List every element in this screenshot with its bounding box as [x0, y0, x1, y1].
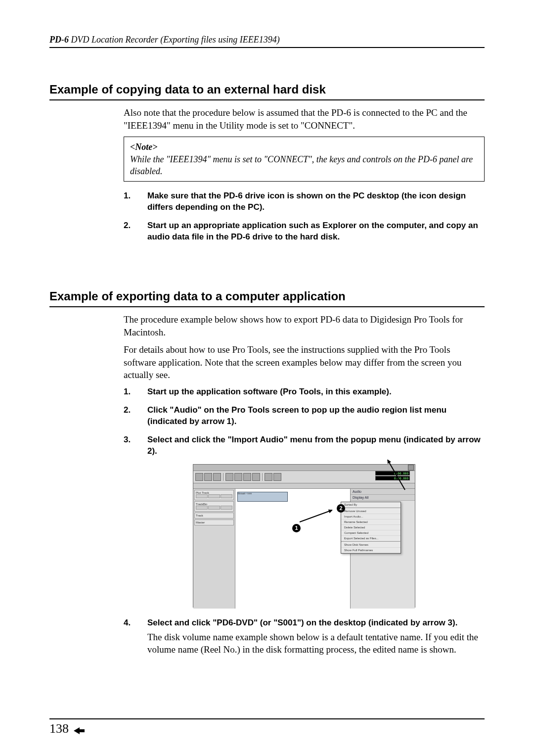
step-row: 1. Start up the application software (Pr…	[124, 386, 485, 398]
track-header[interactable]: TrackBin	[194, 501, 234, 512]
step-number: 2.	[124, 220, 147, 243]
popup-item-import-audio[interactable]: Import Audio...	[341, 514, 400, 520]
section1-steps: 1. Make sure that the PD-6 drive icon is…	[124, 190, 485, 243]
timeline-area[interactable]: Default - 0:00	[235, 489, 350, 609]
step-row: 3. Select and click the "Import Audio" m…	[124, 434, 485, 457]
step-number: 3.	[124, 434, 147, 457]
tool-icon[interactable]	[265, 473, 272, 481]
running-header: PD-6 DVD Location Recorder (Exporting fi…	[49, 35, 485, 45]
main-counter: 0:00.000	[375, 471, 410, 475]
step-text: Click "Audio" on the Pro Tools screen to…	[147, 405, 485, 427]
tool-icon[interactable]	[195, 473, 203, 481]
track-header[interactable]: Master	[194, 520, 234, 525]
tool-icon[interactable]	[273, 473, 281, 481]
tool-icon[interactable]	[204, 473, 212, 481]
step-text: Select and click the "Import Audio" menu…	[147, 434, 485, 457]
section2-p1: The procedure example below shows how to…	[124, 313, 485, 338]
popup-item[interactable]: Remove Unused	[341, 509, 400, 514]
tool-icon[interactable]	[252, 473, 260, 481]
tool-icon[interactable]	[234, 473, 242, 481]
region-sub: Display All	[351, 495, 415, 501]
section2-rule	[49, 306, 485, 307]
popup-item[interactable]: Rename Selected	[341, 520, 400, 525]
step-text: Select and click "PD6-DVD" (or "S001") o…	[147, 617, 485, 656]
popup-item[interactable]: Sorted By	[341, 502, 400, 508]
page-footer: 138	[49, 718, 485, 736]
section2-step-4: 4. Select and click "PD6-DVD" (or "S001"…	[124, 617, 485, 656]
tool-icon[interactable]	[213, 473, 221, 481]
page-arrow-icon	[74, 726, 85, 735]
header-rule	[49, 47, 485, 48]
popup-item[interactable]: Compact Selected	[341, 530, 400, 536]
region-list-panel: Audio Display All Sorted By Remove Unuse…	[350, 489, 415, 609]
tool-icon[interactable]	[243, 473, 251, 481]
note-box: <Note> While the "IEEE1394" menu is set …	[124, 137, 485, 182]
step-text: Start up an appropriate application such…	[147, 220, 485, 243]
track-header[interactable]: Plot Track	[194, 490, 234, 500]
section1-intro: Also note that the procedure below is as…	[124, 106, 485, 132]
note-body: While the "IEEE1394" menu is set to "CON…	[130, 154, 473, 176]
toolbar-separator	[262, 473, 263, 481]
step-text: Make sure that the PD-6 drive icon is sh…	[147, 190, 485, 213]
section1-rule	[49, 99, 485, 100]
tool-icon[interactable]	[225, 473, 233, 481]
timeline-ruler	[193, 483, 415, 489]
audio-clip[interactable]: Default - 0:00	[237, 492, 288, 502]
popup-item[interactable]: Delete Selected	[341, 525, 400, 530]
section1-title: Example of copying data to an external h…	[49, 83, 485, 99]
track-header[interactable]: Track	[194, 513, 234, 519]
sub-counter: 0:00.000	[375, 476, 410, 480]
popup-item[interactable]: Export Selected as Files...	[341, 536, 400, 541]
header-rest: DVD Location Recorder (Exporting files u…	[69, 35, 280, 45]
section2-p2: For details about how to use Pro Tools, …	[124, 343, 485, 381]
step-row: 2. Click "Audio" on the Pro Tools screen…	[124, 405, 485, 427]
step-row: 2. Start up an appropriate application s…	[124, 220, 485, 243]
step-number: 1.	[124, 190, 147, 213]
step-text: Start up the application software (Pro T…	[147, 386, 485, 398]
note-label: <Note>	[130, 142, 158, 152]
svg-marker-0	[74, 727, 85, 734]
toolbar-separator	[223, 473, 223, 481]
popup-item[interactable]: Show Full Pathnames	[341, 548, 400, 553]
window-titlebar	[193, 465, 415, 471]
step-number: 1.	[124, 386, 147, 398]
protools-window: 0:00.000 0:00.000	[193, 464, 415, 608]
callout-1: 1	[292, 524, 301, 532]
timecode-counters: 0:00.000 0:00.000	[375, 471, 410, 480]
step-number: 4.	[124, 617, 147, 656]
footer-rule	[49, 718, 485, 719]
close-icon[interactable]	[408, 465, 414, 471]
track-list-panel: Plot Track TrackBin Track Master	[193, 489, 235, 609]
step-row: 1. Make sure that the PD-6 drive icon is…	[124, 190, 485, 213]
section2-title: Example of exporting data to a computer …	[49, 289, 485, 306]
step-subtext: The disk volume name example shown below…	[147, 631, 485, 656]
step-number: 2.	[124, 405, 147, 427]
protools-screenshot: 0:00.000 0:00.000	[124, 464, 485, 608]
header-model: PD-6	[49, 35, 69, 45]
callout-2: 2	[337, 504, 345, 513]
audio-popup-menu[interactable]: Sorted By Remove Unused Import Audio... …	[341, 502, 401, 554]
section2-steps-a: 1. Start up the application software (Pr…	[124, 386, 485, 457]
step-row: 4. Select and click "PD6-DVD" (or "S001"…	[124, 617, 485, 656]
popup-item[interactable]: Show Disk Names	[341, 542, 400, 548]
page-number: 138	[49, 721, 69, 736]
